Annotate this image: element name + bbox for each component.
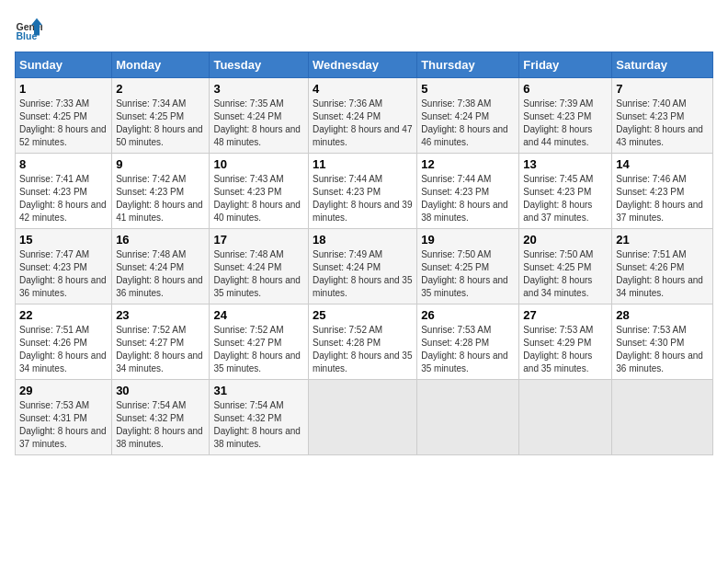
day-number: 8	[19, 157, 108, 171]
calendar-cell: 25 Sunrise: 7:52 AM Sunset: 4:28 PM Dayl…	[309, 304, 417, 380]
day-info: Sunrise: 7:38 AM Sunset: 4:24 PM Dayligh…	[421, 98, 515, 149]
day-number: 14	[616, 157, 709, 171]
day-info: Sunrise: 7:34 AM Sunset: 4:25 PM Dayligh…	[116, 98, 205, 149]
day-info: Sunrise: 7:53 AM Sunset: 4:31 PM Dayligh…	[19, 399, 108, 451]
day-info: Sunrise: 7:39 AM Sunset: 4:23 PM Dayligh…	[523, 98, 608, 149]
calendar-cell: 11 Sunrise: 7:44 AM Sunset: 4:23 PM Dayl…	[309, 154, 417, 229]
calendar-cell: 13 Sunrise: 7:45 AM Sunset: 4:23 PM Dayl…	[519, 154, 612, 229]
day-number: 24	[213, 308, 304, 322]
day-info: Sunrise: 7:48 AM Sunset: 4:24 PM Dayligh…	[116, 248, 205, 300]
day-number: 21	[616, 233, 709, 247]
calendar-cell: 4 Sunrise: 7:36 AM Sunset: 4:24 PM Dayli…	[309, 78, 417, 154]
calendar-cell: 23 Sunrise: 7:52 AM Sunset: 4:27 PM Dayl…	[112, 304, 210, 380]
day-info: Sunrise: 7:50 AM Sunset: 4:25 PM Dayligh…	[523, 248, 608, 300]
calendar-cell: 29 Sunrise: 7:53 AM Sunset: 4:31 PM Dayl…	[16, 380, 112, 455]
calendar-cell: 18 Sunrise: 7:49 AM Sunset: 4:24 PM Dayl…	[309, 229, 417, 304]
calendar-cell: 14 Sunrise: 7:46 AM Sunset: 4:23 PM Dayl…	[612, 154, 713, 229]
day-number: 26	[421, 308, 515, 322]
day-number: 4	[313, 82, 413, 96]
col-header-wednesday: Wednesday	[309, 52, 417, 78]
calendar-cell: 20 Sunrise: 7:50 AM Sunset: 4:25 PM Dayl…	[519, 229, 612, 304]
calendar-cell: 26 Sunrise: 7:53 AM Sunset: 4:28 PM Dayl…	[417, 304, 519, 380]
calendar-cell: 7 Sunrise: 7:40 AM Sunset: 4:23 PM Dayli…	[612, 78, 713, 154]
calendar-cell: 1 Sunrise: 7:33 AM Sunset: 4:25 PM Dayli…	[16, 78, 112, 154]
calendar-cell: 22 Sunrise: 7:51 AM Sunset: 4:26 PM Dayl…	[16, 304, 112, 380]
day-number: 17	[213, 233, 304, 247]
col-header-thursday: Thursday	[417, 52, 519, 78]
day-info: Sunrise: 7:44 AM Sunset: 4:23 PM Dayligh…	[421, 173, 515, 224]
day-info: Sunrise: 7:36 AM Sunset: 4:24 PM Dayligh…	[313, 98, 413, 149]
col-header-monday: Monday	[112, 52, 210, 78]
calendar-cell: 2 Sunrise: 7:34 AM Sunset: 4:25 PM Dayli…	[112, 78, 210, 154]
calendar-cell	[612, 380, 713, 455]
day-info: Sunrise: 7:53 AM Sunset: 4:30 PM Dayligh…	[616, 324, 709, 375]
col-header-sunday: Sunday	[16, 52, 112, 78]
day-number: 28	[616, 308, 709, 322]
day-info: Sunrise: 7:42 AM Sunset: 4:23 PM Dayligh…	[116, 173, 205, 224]
day-info: Sunrise: 7:41 AM Sunset: 4:23 PM Dayligh…	[19, 173, 108, 224]
day-number: 30	[116, 384, 205, 397]
day-info: Sunrise: 7:47 AM Sunset: 4:23 PM Dayligh…	[19, 248, 108, 300]
day-info: Sunrise: 7:54 AM Sunset: 4:32 PM Dayligh…	[116, 399, 205, 451]
calendar-cell	[309, 380, 417, 455]
day-number: 27	[523, 308, 608, 322]
calendar-cell: 21 Sunrise: 7:51 AM Sunset: 4:26 PM Dayl…	[612, 229, 713, 304]
calendar-cell: 6 Sunrise: 7:39 AM Sunset: 4:23 PM Dayli…	[519, 78, 612, 154]
calendar-cell: 12 Sunrise: 7:44 AM Sunset: 4:23 PM Dayl…	[417, 154, 519, 229]
calendar-cell: 31 Sunrise: 7:54 AM Sunset: 4:32 PM Dayl…	[210, 380, 309, 455]
calendar-cell	[417, 380, 519, 455]
day-info: Sunrise: 7:43 AM Sunset: 4:23 PM Dayligh…	[213, 173, 304, 224]
day-number: 25	[313, 308, 413, 322]
day-info: Sunrise: 7:45 AM Sunset: 4:23 PM Dayligh…	[523, 173, 608, 224]
day-info: Sunrise: 7:49 AM Sunset: 4:24 PM Dayligh…	[313, 248, 413, 300]
day-number: 22	[19, 308, 108, 322]
calendar-cell	[519, 380, 612, 455]
day-number: 18	[313, 233, 413, 247]
calendar-cell: 28 Sunrise: 7:53 AM Sunset: 4:30 PM Dayl…	[612, 304, 713, 380]
day-info: Sunrise: 7:50 AM Sunset: 4:25 PM Dayligh…	[421, 248, 515, 300]
day-info: Sunrise: 7:53 AM Sunset: 4:28 PM Dayligh…	[421, 324, 515, 375]
day-number: 20	[523, 233, 608, 247]
calendar-table: SundayMondayTuesdayWednesdayThursdayFrid…	[15, 52, 713, 455]
day-number: 9	[116, 157, 205, 171]
calendar-cell: 17 Sunrise: 7:48 AM Sunset: 4:24 PM Dayl…	[210, 229, 309, 304]
day-info: Sunrise: 7:52 AM Sunset: 4:28 PM Dayligh…	[313, 324, 413, 375]
page-header: General Blue	[15, 15, 713, 42]
calendar-cell: 10 Sunrise: 7:43 AM Sunset: 4:23 PM Dayl…	[210, 154, 309, 229]
calendar-cell: 8 Sunrise: 7:41 AM Sunset: 4:23 PM Dayli…	[16, 154, 112, 229]
calendar-cell: 24 Sunrise: 7:52 AM Sunset: 4:27 PM Dayl…	[210, 304, 309, 380]
day-info: Sunrise: 7:52 AM Sunset: 4:27 PM Dayligh…	[116, 324, 205, 375]
calendar-cell: 27 Sunrise: 7:53 AM Sunset: 4:29 PM Dayl…	[519, 304, 612, 380]
day-info: Sunrise: 7:51 AM Sunset: 4:26 PM Dayligh…	[616, 248, 709, 300]
day-info: Sunrise: 7:46 AM Sunset: 4:23 PM Dayligh…	[616, 173, 709, 224]
day-number: 2	[116, 82, 205, 96]
day-number: 3	[213, 82, 304, 96]
col-header-tuesday: Tuesday	[210, 52, 309, 78]
day-info: Sunrise: 7:40 AM Sunset: 4:23 PM Dayligh…	[616, 98, 709, 149]
day-number: 31	[213, 384, 304, 397]
day-number: 19	[421, 233, 515, 247]
col-header-friday: Friday	[519, 52, 612, 78]
calendar-cell: 16 Sunrise: 7:48 AM Sunset: 4:24 PM Dayl…	[112, 229, 210, 304]
day-info: Sunrise: 7:44 AM Sunset: 4:23 PM Dayligh…	[313, 173, 413, 224]
day-number: 16	[116, 233, 205, 247]
day-info: Sunrise: 7:33 AM Sunset: 4:25 PM Dayligh…	[19, 98, 108, 149]
day-number: 1	[19, 82, 108, 96]
logo: General Blue	[15, 15, 46, 42]
calendar-cell: 3 Sunrise: 7:35 AM Sunset: 4:24 PM Dayli…	[210, 78, 309, 154]
col-header-saturday: Saturday	[612, 52, 713, 78]
day-number: 5	[421, 82, 515, 96]
day-number: 23	[116, 308, 205, 322]
day-info: Sunrise: 7:52 AM Sunset: 4:27 PM Dayligh…	[213, 324, 304, 375]
calendar-cell: 30 Sunrise: 7:54 AM Sunset: 4:32 PM Dayl…	[112, 380, 210, 455]
calendar-cell: 15 Sunrise: 7:47 AM Sunset: 4:23 PM Dayl…	[16, 229, 112, 304]
day-number: 12	[421, 157, 515, 171]
day-number: 15	[19, 233, 108, 247]
calendar-cell: 19 Sunrise: 7:50 AM Sunset: 4:25 PM Dayl…	[417, 229, 519, 304]
logo-icon: General Blue	[15, 15, 42, 42]
day-number: 29	[19, 384, 108, 397]
calendar-cell: 5 Sunrise: 7:38 AM Sunset: 4:24 PM Dayli…	[417, 78, 519, 154]
day-info: Sunrise: 7:35 AM Sunset: 4:24 PM Dayligh…	[213, 98, 304, 149]
day-number: 6	[523, 82, 608, 96]
day-number: 13	[523, 157, 608, 171]
